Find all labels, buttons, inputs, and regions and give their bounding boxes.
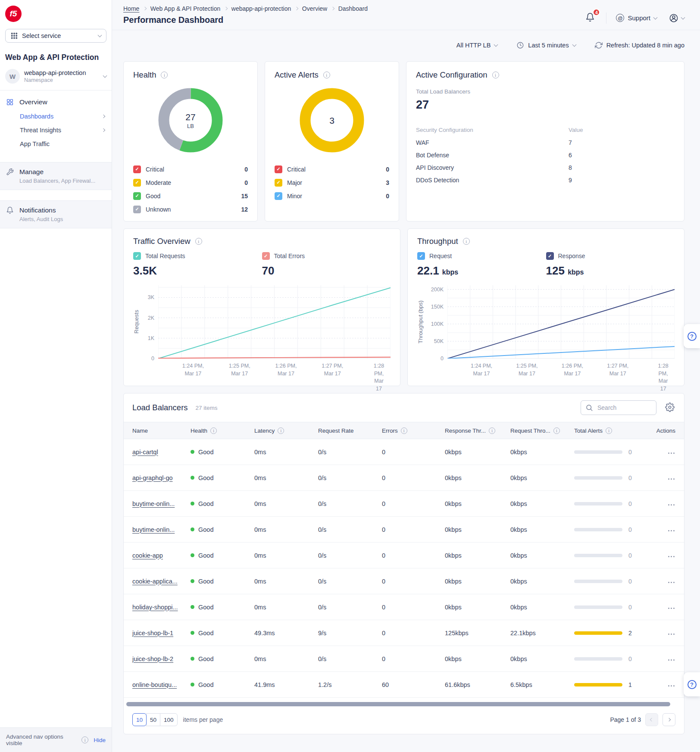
- lb-filter-dropdown[interactable]: All HTTP LB: [456, 42, 498, 49]
- alerts-count: 1: [628, 681, 632, 688]
- f5-logo[interactable]: f5: [5, 6, 22, 22]
- total-requests-checkbox[interactable]: ✓: [133, 252, 141, 260]
- select-service-button[interactable]: Select service: [5, 29, 106, 43]
- support-menu[interactable]: @ Support: [616, 14, 657, 22]
- breadcrumb-item[interactable]: Overview: [302, 5, 327, 12]
- namespace-selector[interactable]: W webapp-api-protection Namespace: [5, 69, 106, 90]
- column-header-request-thro[interactable]: Request Thro...i: [510, 427, 574, 434]
- info-icon[interactable]: i: [489, 427, 495, 434]
- lb-name-link[interactable]: api-cartql: [132, 449, 158, 456]
- column-header-response-thr[interactable]: Response Thr...i: [445, 427, 510, 434]
- active-alerts-title-text: Active Alerts: [275, 70, 319, 80]
- column-header-request-rate[interactable]: Request Rate: [318, 427, 382, 434]
- info-icon[interactable]: i: [492, 72, 499, 78]
- info-icon[interactable]: i: [161, 72, 168, 78]
- stat-request: ✓ Request 22.1 kbps: [417, 252, 546, 278]
- help-button[interactable]: ?: [684, 672, 700, 696]
- row-actions-button[interactable]: [666, 653, 675, 665]
- legend-item[interactable]: ✓Minor0: [275, 189, 389, 203]
- lb-name-link[interactable]: juice-shop-lb-2: [132, 655, 173, 662]
- row-actions-button[interactable]: [666, 575, 675, 587]
- column-header-errors[interactable]: Errorsi: [382, 427, 445, 434]
- lb-name-link[interactable]: cookie-app: [132, 552, 163, 559]
- row-actions-button[interactable]: [666, 549, 675, 561]
- legend-checkbox[interactable]: ✓: [275, 179, 282, 187]
- legend-item[interactable]: ✓Good15: [133, 189, 248, 203]
- search-input[interactable]: [597, 404, 652, 412]
- column-header-total-alerts[interactable]: Total Alertsi: [574, 427, 647, 434]
- info-icon[interactable]: i: [401, 427, 407, 434]
- row-actions-button[interactable]: [666, 627, 675, 639]
- total-requests-value: 3.5K: [133, 264, 262, 278]
- legend-item[interactable]: ✓Unknown12: [133, 203, 248, 216]
- response-checkbox[interactable]: ✓: [546, 252, 554, 260]
- info-icon[interactable]: i: [195, 238, 202, 245]
- alerts-count: 0: [628, 449, 632, 456]
- throughput-card: Throughput i ✓ Request 22.1 kbps: [407, 228, 684, 386]
- row-actions-button[interactable]: [666, 472, 675, 484]
- breadcrumb-item[interactable]: Web App & API Protection: [150, 5, 220, 12]
- horizontal-scrollbar[interactable]: [126, 702, 670, 706]
- sidebar-item-app-traffic[interactable]: App Traffic: [0, 137, 112, 151]
- help-button[interactable]: ?: [684, 324, 700, 348]
- legend-checkbox[interactable]: ✓: [133, 165, 141, 173]
- legend-item[interactable]: ✓Moderate0: [133, 176, 248, 189]
- lb-name-link[interactable]: online-boutiqu...: [132, 681, 177, 688]
- info-icon[interactable]: i: [81, 736, 88, 743]
- column-header-name[interactable]: Name: [132, 427, 191, 434]
- row-actions-button[interactable]: [666, 601, 675, 613]
- info-icon[interactable]: i: [278, 427, 284, 434]
- lb-name-link[interactable]: buytime-onlin...: [132, 500, 175, 507]
- column-header-actions[interactable]: Actions: [647, 427, 675, 434]
- prev-page-button[interactable]: [645, 713, 658, 726]
- table-settings-button[interactable]: [664, 402, 675, 414]
- legend-checkbox[interactable]: ✓: [133, 179, 141, 187]
- legend-checkbox[interactable]: ✓: [133, 206, 141, 213]
- page-size-10[interactable]: 10: [132, 713, 147, 726]
- info-icon[interactable]: i: [463, 238, 470, 245]
- lb-name-link[interactable]: api-graphql-go: [132, 474, 173, 481]
- sidebar-item-manage[interactable]: Manage Load Balancers, App Firewal...: [0, 162, 112, 190]
- info-icon[interactable]: i: [210, 427, 217, 434]
- column-header-latency[interactable]: Latencyi: [254, 427, 318, 434]
- row-actions-button[interactable]: [666, 679, 675, 690]
- breadcrumb-item[interactable]: webapp-api-protection: [231, 5, 291, 12]
- lb-name-link[interactable]: buytime-onlin...: [132, 526, 175, 533]
- row-actions-button[interactable]: [666, 446, 675, 458]
- breadcrumb-item[interactable]: Dashboard: [338, 5, 368, 12]
- account-menu[interactable]: [669, 13, 684, 23]
- sidebar-item-overview[interactable]: Overview: [0, 90, 112, 109]
- config-label: WAF: [416, 139, 569, 146]
- lb-name-link[interactable]: holiday-shoppi...: [132, 604, 178, 611]
- lb-name-link[interactable]: juice-shop-lb-1: [132, 630, 173, 637]
- row-actions-button[interactable]: [666, 524, 675, 535]
- info-icon[interactable]: i: [323, 72, 330, 78]
- legend-item[interactable]: ✓Major3: [275, 176, 389, 189]
- total-errors-checkbox[interactable]: ✓: [262, 252, 270, 260]
- legend-checkbox[interactable]: ✓: [275, 165, 282, 173]
- refresh-button[interactable]: Refresh: Updated 8 min ago: [595, 41, 684, 49]
- actions-cell: [647, 575, 675, 587]
- legend-item[interactable]: ✓Critical0: [133, 162, 248, 176]
- config-label: API Discovery: [416, 164, 569, 171]
- legend-checkbox[interactable]: ✓: [133, 192, 141, 200]
- next-page-button[interactable]: [662, 713, 675, 726]
- info-icon[interactable]: i: [553, 427, 560, 434]
- request-checkbox[interactable]: ✓: [417, 252, 425, 260]
- sidebar-item-threat-insights[interactable]: Threat Insights: [0, 123, 112, 137]
- info-icon[interactable]: i: [606, 427, 612, 434]
- page-size-100[interactable]: 100: [160, 713, 178, 726]
- row-actions-button[interactable]: [666, 498, 675, 509]
- page-size-50[interactable]: 50: [146, 713, 160, 726]
- notifications-bell-button[interactable]: 4: [584, 11, 597, 25]
- sidebar-item-dashboards[interactable]: Dashboards: [0, 109, 112, 123]
- sidebar-item-notifications[interactable]: Notifications Alerts, Audit Logs: [0, 200, 112, 228]
- legend-checkbox[interactable]: ✓: [275, 192, 282, 200]
- lb-name-link[interactable]: cookie-applica...: [132, 578, 178, 585]
- breadcrumb-item[interactable]: Home: [123, 5, 139, 12]
- legend-item[interactable]: ✓Critical0: [275, 162, 389, 176]
- time-range-dropdown[interactable]: Last 5 minutes: [516, 41, 575, 49]
- hide-link[interactable]: Hide: [94, 737, 106, 743]
- response-throughput-cell: 125kbps: [445, 630, 510, 637]
- column-header-health[interactable]: Healthi: [191, 427, 254, 434]
